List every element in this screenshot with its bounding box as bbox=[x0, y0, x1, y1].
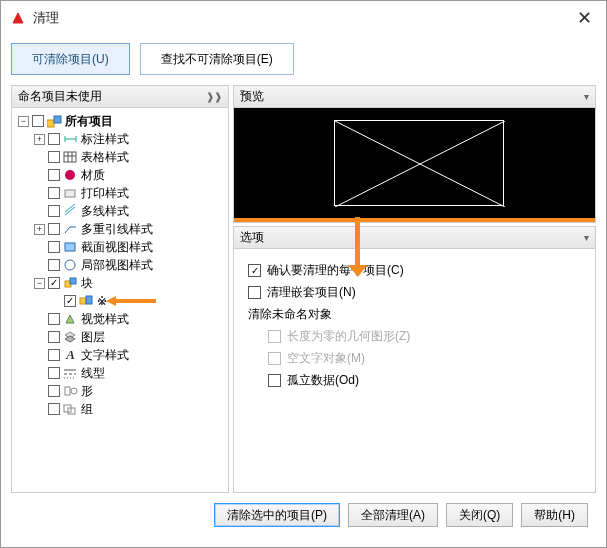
checkbox[interactable] bbox=[48, 169, 60, 181]
mline-style-icon bbox=[63, 204, 78, 218]
tree-item-shape[interactable]: 形 bbox=[16, 382, 224, 400]
chevron-down-icon: ❱❱ bbox=[206, 91, 222, 102]
checkbox[interactable] bbox=[48, 205, 60, 217]
help-button[interactable]: 帮助(H) bbox=[521, 503, 588, 527]
layer-icon bbox=[63, 330, 78, 344]
svg-rect-17 bbox=[86, 296, 92, 304]
tree-item-textstyle[interactable]: A文字样式 bbox=[16, 346, 224, 364]
expand-icon[interactable]: + bbox=[34, 134, 45, 145]
opt-confirm[interactable]: 确认要清理的每个项目(C) bbox=[248, 259, 581, 281]
top-tabs: 可清除项目(U) 查找不可清除项目(E) bbox=[11, 43, 596, 75]
annotation-arrow-options bbox=[346, 217, 370, 277]
tree-item-block[interactable]: −块 bbox=[16, 274, 224, 292]
close-icon[interactable]: ✕ bbox=[571, 7, 598, 29]
svg-rect-16 bbox=[80, 298, 86, 304]
checkbox[interactable] bbox=[48, 187, 60, 199]
dim-style-icon bbox=[63, 132, 78, 146]
svg-rect-15 bbox=[70, 278, 76, 284]
tree-item-layer[interactable]: 图层 bbox=[16, 328, 224, 346]
right-panel: 预览 ▾ 选项 ▾ bbox=[233, 85, 596, 493]
opt-orphan[interactable]: 孤立数据(Od) bbox=[268, 369, 581, 391]
tree-item-block-child[interactable]: ※ bbox=[16, 292, 224, 310]
checkbox[interactable] bbox=[48, 313, 60, 325]
tree-item-visualstyle[interactable]: 视觉样式 bbox=[16, 310, 224, 328]
preview-header[interactable]: 预览 ▾ bbox=[234, 86, 595, 108]
titlebar: 清理 ✕ bbox=[1, 1, 606, 35]
tree-item-plotstyle[interactable]: 打印样式 bbox=[16, 184, 224, 202]
checkbox[interactable] bbox=[48, 331, 60, 343]
tree-item-group[interactable]: 组 bbox=[16, 400, 224, 418]
checkbox[interactable] bbox=[48, 349, 60, 361]
checkbox[interactable] bbox=[248, 264, 261, 277]
tree-label: 打印样式 bbox=[81, 185, 129, 202]
app-logo-icon bbox=[11, 11, 25, 25]
tree-item-dimstyle[interactable]: +标注样式 bbox=[16, 130, 224, 148]
tree-root[interactable]: − 所有项目 bbox=[16, 112, 224, 130]
panels: 命名项目未使用 ❱❱ − 所有项目 +标注样式 表格样式 材质 打印样式 多线样… bbox=[11, 85, 596, 493]
checkbox[interactable] bbox=[268, 374, 281, 387]
window-title: 清理 bbox=[33, 9, 571, 27]
preview-body bbox=[234, 108, 595, 218]
left-panel-title: 命名项目未使用 bbox=[18, 88, 102, 105]
tree-item-tablestyle[interactable]: 表格样式 bbox=[16, 148, 224, 166]
opt-orphan-label: 孤立数据(Od) bbox=[287, 372, 359, 389]
collapse-icon[interactable]: − bbox=[34, 278, 45, 289]
svg-rect-1 bbox=[47, 120, 54, 127]
svg-marker-18 bbox=[106, 296, 156, 306]
svg-marker-21 bbox=[65, 336, 75, 342]
purge-selected-button[interactable]: 清除选中的项目(P) bbox=[214, 503, 340, 527]
detail-style-icon bbox=[63, 258, 78, 272]
checkbox[interactable] bbox=[64, 295, 76, 307]
left-panel-header[interactable]: 命名项目未使用 ❱❱ bbox=[12, 86, 228, 108]
checkbox[interactable] bbox=[48, 151, 60, 163]
tree-item-mleader[interactable]: +多重引线样式 bbox=[16, 220, 224, 238]
opt-zero-geom: 长度为零的几何图形(Z) bbox=[268, 325, 581, 347]
options-header[interactable]: 选项 ▾ bbox=[234, 227, 595, 249]
tab-nonpurgeable[interactable]: 查找不可清除项目(E) bbox=[140, 43, 294, 75]
tree-item-linetype[interactable]: 线型 bbox=[16, 364, 224, 382]
opt-confirm-label: 确认要清理的每个项目(C) bbox=[267, 262, 404, 279]
group-icon bbox=[63, 402, 78, 416]
checkbox[interactable] bbox=[48, 133, 60, 145]
preview-panel: 预览 ▾ bbox=[233, 85, 596, 223]
tree-item-mlinestyle[interactable]: 多线样式 bbox=[16, 202, 224, 220]
options-body: 确认要清理的每个项目(C) 清理嵌套项目(N) 清除未命名对象 长度为零的几何图… bbox=[234, 249, 595, 401]
tree-label: 标注样式 bbox=[81, 131, 129, 148]
checkbox[interactable] bbox=[48, 259, 60, 271]
svg-marker-0 bbox=[13, 13, 23, 23]
checkbox[interactable] bbox=[48, 385, 60, 397]
svg-rect-12 bbox=[65, 243, 75, 251]
svg-rect-6 bbox=[64, 152, 76, 162]
tree-item-detail[interactable]: 局部视图样式 bbox=[16, 256, 224, 274]
collapse-icon[interactable]: − bbox=[18, 116, 29, 127]
opt-empty-text: 空文字对象(M) bbox=[268, 347, 581, 369]
tree-item-section[interactable]: 截面视图样式 bbox=[16, 238, 224, 256]
checkbox[interactable] bbox=[48, 403, 60, 415]
purge-all-button[interactable]: 全部清理(A) bbox=[348, 503, 438, 527]
svg-rect-31 bbox=[355, 217, 360, 265]
svg-rect-2 bbox=[54, 116, 61, 123]
expand-icon[interactable]: + bbox=[34, 224, 45, 235]
checkbox[interactable] bbox=[48, 241, 60, 253]
tree-label: 截面视图样式 bbox=[81, 239, 153, 256]
linetype-icon bbox=[63, 366, 78, 380]
checkbox[interactable] bbox=[48, 277, 60, 289]
svg-marker-19 bbox=[66, 315, 74, 323]
checkbox[interactable] bbox=[48, 223, 60, 235]
tree-item-material[interactable]: 材质 bbox=[16, 166, 224, 184]
tab-purgeable[interactable]: 可清除项目(U) bbox=[11, 43, 130, 75]
svg-rect-11 bbox=[65, 190, 75, 197]
checkbox[interactable] bbox=[48, 367, 60, 379]
close-button[interactable]: 关闭(Q) bbox=[446, 503, 513, 527]
checkbox[interactable] bbox=[32, 115, 44, 127]
svg-marker-32 bbox=[348, 265, 367, 277]
checkbox[interactable] bbox=[248, 286, 261, 299]
svg-rect-25 bbox=[65, 387, 70, 395]
opt-zero-label: 长度为零的几何图形(Z) bbox=[287, 328, 410, 345]
opt-nested[interactable]: 清理嵌套项目(N) bbox=[248, 281, 581, 303]
block-icon bbox=[63, 276, 78, 290]
tree-label: 材质 bbox=[81, 167, 105, 184]
tree-label: 视觉样式 bbox=[81, 311, 129, 328]
annotation-bar bbox=[234, 218, 595, 222]
tree[interactable]: − 所有项目 +标注样式 表格样式 材质 打印样式 多线样式 +多重引线样式 截… bbox=[12, 108, 228, 492]
